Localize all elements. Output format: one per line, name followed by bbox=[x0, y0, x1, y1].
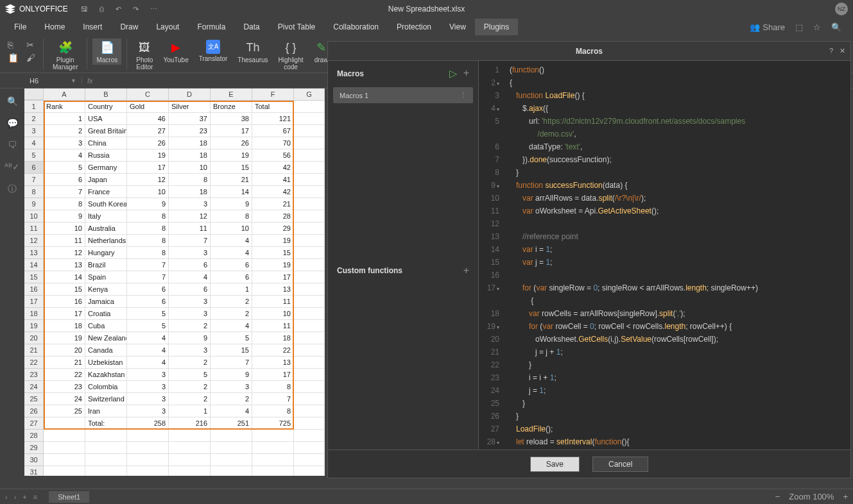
cell[interactable]: 1 bbox=[44, 113, 85, 125]
cell[interactable]: Switzerland bbox=[85, 393, 127, 405]
youtube-button[interactable]: ▶ YouTube bbox=[159, 38, 192, 65]
cell[interactable]: 38 bbox=[211, 113, 252, 125]
cell[interactable] bbox=[294, 296, 325, 308]
cell[interactable]: 2 bbox=[169, 320, 211, 332]
cell[interactable]: 5 bbox=[127, 308, 169, 320]
cell[interactable]: 41 bbox=[252, 174, 294, 186]
cell[interactable]: 22 bbox=[44, 369, 85, 381]
cell[interactable] bbox=[294, 210, 325, 223]
cell[interactable] bbox=[127, 466, 169, 476]
menu-formula[interactable]: Formula bbox=[188, 19, 234, 35]
cell[interactable]: 7 bbox=[44, 186, 85, 198]
code-editor[interactable]: 12▾34▾56789▾1011121314151617▾1819▾202122… bbox=[479, 61, 850, 449]
cell[interactable]: 14 bbox=[44, 271, 85, 283]
cell[interactable]: Jamaica bbox=[85, 296, 127, 308]
cell[interactable]: 19 bbox=[127, 149, 169, 162]
plugin-manager-button[interactable]: 🧩 PluginManager bbox=[49, 38, 82, 72]
cell[interactable]: 9 bbox=[44, 210, 85, 223]
cell[interactable]: Uzbekistan bbox=[85, 357, 127, 369]
macro-list-item[interactable]: Macros 1 ⋮ bbox=[333, 87, 473, 103]
cell[interactable]: 6 bbox=[211, 259, 252, 271]
cell[interactable]: 9 bbox=[211, 369, 252, 381]
cell[interactable]: 258 bbox=[127, 417, 169, 430]
row-header[interactable]: 26 bbox=[24, 405, 44, 417]
copy-icon[interactable]: ⎘ bbox=[8, 40, 19, 50]
cell[interactable] bbox=[294, 149, 325, 162]
cell[interactable]: 6 bbox=[211, 271, 252, 283]
cell[interactable]: 17 bbox=[127, 162, 169, 174]
cell[interactable]: 23 bbox=[169, 125, 211, 137]
cell[interactable] bbox=[252, 466, 294, 476]
column-header[interactable]: D bbox=[169, 88, 211, 100]
row-header[interactable]: 7 bbox=[24, 174, 44, 186]
cell[interactable]: Cuba bbox=[85, 320, 127, 332]
menu-insert[interactable]: Insert bbox=[74, 19, 111, 35]
cell[interactable] bbox=[294, 235, 325, 247]
sheet-next-icon[interactable]: › bbox=[14, 493, 17, 501]
spreadsheet-grid[interactable]: ABCDEFG 1RankCountryGoldSilverBronzeTota… bbox=[24, 88, 325, 476]
row-header[interactable]: 25 bbox=[24, 393, 44, 405]
cell[interactable]: 15 bbox=[211, 162, 252, 174]
cell[interactable]: 37 bbox=[169, 113, 211, 125]
cell[interactable]: 8 bbox=[127, 223, 169, 235]
row-header[interactable]: 20 bbox=[24, 332, 44, 344]
translator-button[interactable]: 文A Translator bbox=[195, 38, 232, 63]
row-header[interactable]: 24 bbox=[24, 381, 44, 393]
cell[interactable]: 22 bbox=[252, 344, 294, 357]
cell[interactable] bbox=[294, 357, 325, 369]
cell[interactable]: 17 bbox=[211, 125, 252, 137]
row-header[interactable]: 19 bbox=[24, 320, 44, 332]
column-header[interactable]: A bbox=[44, 88, 85, 100]
cell[interactable]: New Zealand bbox=[85, 332, 127, 344]
cell[interactable]: 2 bbox=[211, 308, 252, 320]
cell[interactable]: 3 bbox=[127, 405, 169, 417]
cell[interactable]: 17 bbox=[44, 308, 85, 320]
cell[interactable] bbox=[294, 332, 325, 344]
cell[interactable]: 2 bbox=[169, 393, 211, 405]
cell[interactable] bbox=[294, 454, 325, 466]
cell[interactable]: Brazil bbox=[85, 259, 127, 271]
cell[interactable]: 70 bbox=[252, 137, 294, 149]
cell[interactable]: 20 bbox=[44, 344, 85, 357]
format-painter-icon[interactable]: 🖌 bbox=[26, 53, 35, 63]
cell[interactable]: 15 bbox=[211, 344, 252, 357]
cell[interactable] bbox=[294, 271, 325, 283]
cell[interactable] bbox=[127, 442, 169, 454]
cell[interactable]: 3 bbox=[211, 381, 252, 393]
cell[interactable] bbox=[211, 442, 252, 454]
cell[interactable] bbox=[85, 442, 127, 454]
cell[interactable] bbox=[294, 405, 325, 417]
row-header[interactable]: 30 bbox=[24, 454, 44, 466]
help-icon[interactable]: ? bbox=[829, 47, 833, 55]
cell[interactable]: 2 bbox=[211, 296, 252, 308]
cell[interactable]: Country bbox=[85, 101, 127, 113]
share-button[interactable]: 👥 Share bbox=[750, 22, 785, 32]
column-header[interactable]: E bbox=[211, 88, 252, 100]
cell[interactable]: 7 bbox=[127, 259, 169, 271]
row-header[interactable]: 23 bbox=[24, 369, 44, 381]
photo-editor-button[interactable]: 🖼 PhotoEditor bbox=[132, 38, 157, 72]
cell[interactable]: 21 bbox=[252, 198, 294, 210]
cell[interactable]: 5 bbox=[169, 369, 211, 381]
cell[interactable]: Spain bbox=[85, 271, 127, 283]
spellcheck-icon[interactable]: ᴬᴮ✓ bbox=[4, 162, 20, 172]
add-function-icon[interactable]: + bbox=[463, 265, 469, 276]
cell[interactable]: 29 bbox=[252, 223, 294, 235]
row-header[interactable]: 3 bbox=[24, 125, 44, 137]
cell[interactable]: 42 bbox=[252, 186, 294, 198]
cell[interactable]: 11 bbox=[252, 320, 294, 332]
cell[interactable] bbox=[294, 381, 325, 393]
menu-layout[interactable]: Layout bbox=[147, 19, 188, 35]
save-icon[interactable]: 🖫 bbox=[81, 5, 88, 13]
cell[interactable] bbox=[294, 174, 325, 186]
cell[interactable]: 251 bbox=[211, 417, 252, 430]
sheet-prev-icon[interactable]: ‹ bbox=[5, 493, 8, 501]
cell[interactable]: Rank bbox=[44, 101, 85, 113]
cell[interactable]: 10 bbox=[44, 223, 85, 235]
cell[interactable] bbox=[169, 454, 211, 466]
cell[interactable] bbox=[294, 344, 325, 357]
favorite-icon[interactable]: ☆ bbox=[813, 22, 821, 32]
cell[interactable]: 10 bbox=[127, 186, 169, 198]
cell[interactable]: 7 bbox=[169, 235, 211, 247]
cell[interactable]: Russia bbox=[85, 149, 127, 162]
